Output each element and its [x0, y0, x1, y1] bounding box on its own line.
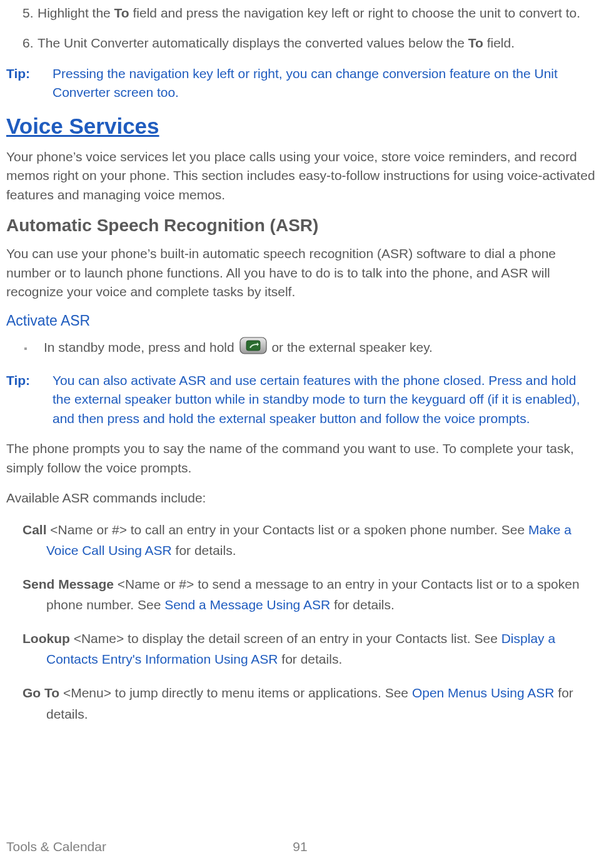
tip-label: Tip:	[6, 64, 53, 102]
footer-section: Tools & Calendar	[6, 839, 106, 854]
text: for details.	[278, 652, 343, 666]
text: In standby mode, press and hold	[44, 340, 238, 354]
tip-block: Tip: You can also activate ASR and use c…	[6, 371, 596, 428]
text: The Unit Converter automatically display…	[38, 36, 468, 50]
command-go-to: Go To <Menu> to jump directly to menu it…	[23, 682, 596, 724]
link-send-message[interactable]: Send a Message Using ASR	[164, 597, 330, 612]
tip-label: Tip:	[6, 371, 53, 428]
command-name: Lookup	[23, 631, 70, 646]
footer-page-number: 91	[293, 839, 307, 854]
tip-text: Pressing the navigation key left or righ…	[53, 64, 596, 102]
page-footer: Tools & Calendar 91	[6, 839, 594, 854]
heading-asr: Automatic Speech Recognition (ASR)	[6, 216, 596, 236]
text: for details.	[330, 597, 395, 612]
command-send-message: Send Message <Name or #> to send a messa…	[23, 574, 596, 616]
bullet-item: ▪ In standby mode, press and hold or t	[6, 337, 596, 360]
paragraph: Available ASR commands include:	[6, 489, 596, 507]
text: Highlight the	[38, 6, 114, 20]
call-key-icon	[239, 337, 267, 360]
list-item-6: 6. The Unit Converter automatically disp…	[6, 34, 596, 52]
text: for details.	[172, 543, 236, 557]
command-lookup: Lookup <Name> to display the detail scre…	[23, 628, 596, 670]
command-name: Send Message	[23, 577, 114, 591]
tip-text: You can also activate ASR and use certai…	[53, 371, 596, 428]
list-text: Highlight the To field and press the nav…	[38, 4, 596, 22]
list-item-5: 5. Highlight the To field and press the …	[6, 4, 596, 22]
heading-activate-asr: Activate ASR	[6, 312, 596, 329]
heading-voice-services[interactable]: Voice Services	[6, 114, 596, 139]
list-number: 5.	[6, 4, 38, 22]
text: field and press the navigation key left …	[129, 6, 580, 20]
bold-text: To	[114, 6, 129, 20]
asr-intro-paragraph: You can use your phone’s built-in automa…	[6, 244, 596, 301]
list-text: The Unit Converter automatically display…	[38, 34, 596, 52]
text: <Name> to display the detail screen of a…	[70, 631, 501, 646]
paragraph: The phone prompts you to say the name of…	[6, 439, 596, 477]
intro-paragraph: Your phone’s voice services let you plac…	[6, 147, 596, 204]
text: <Name or #> to call an entry in your Con…	[47, 522, 528, 537]
bullet-text: In standby mode, press and hold or the e…	[44, 337, 596, 360]
list-number: 6.	[6, 34, 38, 52]
tip-block: Tip: Pressing the navigation key left or…	[6, 64, 596, 102]
command-name: Go To	[23, 686, 59, 700]
text: or the external speaker key.	[271, 340, 433, 354]
bold-text: To	[468, 36, 483, 50]
link-open-menus[interactable]: Open Menus Using ASR	[412, 686, 555, 700]
command-call: Call <Name or #> to call an entry in you…	[23, 519, 596, 561]
text: <Menu> to jump directly to menu items or…	[59, 686, 412, 700]
bullet-marker: ▪	[6, 341, 44, 356]
text: field.	[483, 36, 515, 50]
command-name: Call	[23, 522, 47, 537]
